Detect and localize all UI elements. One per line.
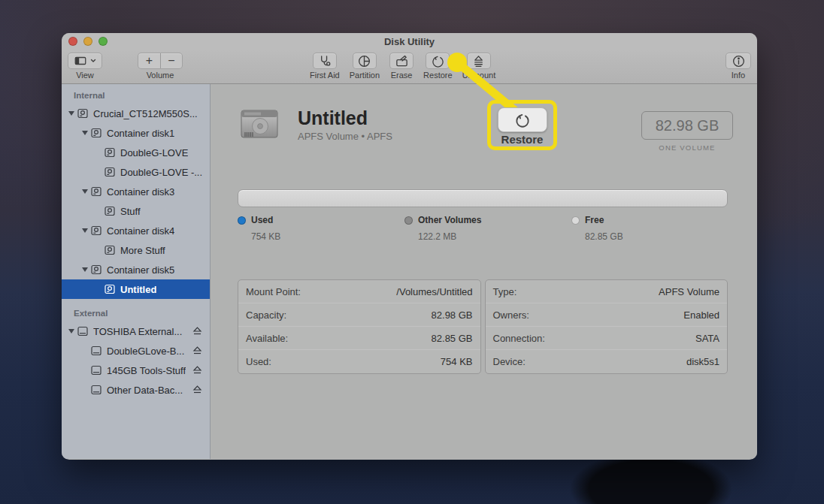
- sidebar-item-toshiba-external[interactable]: TOSHIBA External...: [62, 321, 210, 341]
- volume-icon: [104, 146, 116, 158]
- stethoscope-icon: [317, 54, 332, 68]
- sidebar-section-external: External: [62, 305, 210, 321]
- external-disk-icon: [77, 325, 89, 337]
- table-row: Connection:SATA: [486, 327, 728, 350]
- table-row: Capacity:82.98 GB: [238, 303, 480, 327]
- table-row: Type:APFS Volume: [486, 280, 728, 303]
- legend-other-volumes: Other Volumes 122.2 MB: [404, 215, 571, 242]
- traffic-lights: [68, 37, 108, 46]
- storage-usage-bar: [238, 189, 728, 207]
- disclosure-triangle-icon[interactable]: [80, 228, 90, 233]
- sidebar-item-crucial-disk[interactable]: Crucial_CT512M550S...: [62, 104, 210, 123]
- restore-callout-button[interactable]: [498, 107, 547, 132]
- legend-free: Free 82.85 GB: [571, 215, 738, 242]
- sidebar-item-stuff[interactable]: Stuff: [62, 201, 210, 221]
- sidebar: Internal Crucial_CT512M550S... Container…: [62, 84, 211, 459]
- partition-label: Partition: [350, 71, 380, 80]
- free-swatch: [571, 216, 580, 225]
- external-disk-icon: [90, 364, 102, 376]
- restore-item: Restore: [423, 53, 453, 80]
- external-disk-icon: [90, 384, 102, 396]
- info-item: Info: [726, 53, 751, 80]
- main-content: Untitled APFS Volume • APFS 82.98 GB ONE…: [211, 84, 757, 459]
- close-button[interactable]: [68, 37, 77, 46]
- restore-arrow-icon: [431, 54, 445, 68]
- details-table-left: Mount Point:/Volumes/Untitled Capacity:8…: [238, 279, 481, 374]
- disclosure-triangle-icon[interactable]: [80, 131, 90, 135]
- other-volumes-swatch: [404, 216, 413, 225]
- hard-drive-image: [238, 102, 281, 147]
- info-icon: [732, 54, 746, 68]
- sidebar-item-doubleglove-b[interactable]: DoubleGLove-B...: [62, 341, 210, 361]
- first-aid-button[interactable]: [313, 53, 337, 69]
- volume-size-value: 82.98 GB: [641, 111, 733, 140]
- unmount-label: Unmount: [462, 71, 496, 80]
- storage-legend: Used 754 KB Other Volumes 122.2 MB Free: [238, 215, 738, 242]
- zoom-button[interactable]: [98, 37, 108, 46]
- table-row: Used:754 KB: [238, 350, 480, 373]
- restore-label: Restore: [423, 71, 453, 80]
- partition-item: Partition: [350, 53, 380, 80]
- table-row: Owners:Enabled: [486, 303, 728, 327]
- disclosure-triangle-icon[interactable]: [80, 267, 90, 272]
- sidebar-item-doubleg-love-2[interactable]: DoubleG-LOVE -...: [62, 162, 210, 182]
- unmount-button[interactable]: [467, 53, 491, 69]
- info-label: Info: [732, 71, 745, 80]
- volume-icon: [104, 205, 116, 217]
- restore-button[interactable]: [426, 53, 450, 69]
- sidebar-item-container-disk5[interactable]: Container disk5: [62, 260, 210, 279]
- view-label: View: [76, 71, 94, 80]
- restore-arrow-icon: [514, 112, 531, 128]
- volume-icon: [104, 283, 116, 295]
- volume-title: Untitled: [298, 107, 392, 129]
- info-button[interactable]: [726, 53, 751, 69]
- sidebar-item-145gb-tools-stuff[interactable]: 145GB Tools-Stuff: [62, 361, 210, 380]
- volume-icon: [104, 166, 116, 178]
- window-title: Disk Utility: [384, 36, 435, 47]
- sidebar-section-internal: Internal: [62, 87, 210, 104]
- remove-volume-button[interactable]: −: [160, 53, 183, 69]
- volume-count-caption: ONE VOLUME: [641, 143, 733, 152]
- chevron-down-icon: [90, 58, 96, 64]
- table-row: Available:82.85 GB: [238, 327, 480, 350]
- sidebar-item-container-disk1[interactable]: Container disk1: [62, 123, 210, 143]
- unmount-item: Unmount: [462, 53, 496, 80]
- first-aid-item: First Aid: [310, 53, 340, 80]
- external-disk-icon: [90, 345, 102, 357]
- sidebar-view-icon: [74, 54, 87, 68]
- toolbar: View + − Volume First Aid Partition: [62, 50, 757, 84]
- erase-item: Erase: [389, 53, 414, 80]
- erase-button[interactable]: [389, 53, 414, 69]
- disclosure-triangle-icon[interactable]: [66, 329, 77, 333]
- sidebar-item-more-stuff[interactable]: More Stuff: [62, 240, 210, 260]
- eject-icon[interactable]: [192, 385, 202, 394]
- erase-pencil-icon: [395, 54, 409, 68]
- sidebar-item-container-disk4[interactable]: Container disk4: [62, 221, 210, 240]
- sidebar-item-untitled-selected[interactable]: Untitled: [62, 279, 210, 299]
- eject-icon[interactable]: [192, 327, 202, 336]
- container-icon: [90, 264, 102, 276]
- container-icon: [90, 186, 102, 198]
- volume-size-box: 82.98 GB ONE VOLUME: [641, 111, 733, 152]
- legend-used: Used 754 KB: [238, 215, 404, 242]
- partition-button[interactable]: [353, 53, 377, 69]
- erase-label: Erase: [391, 71, 413, 80]
- volume-label: Volume: [147, 71, 174, 80]
- volume-icon: [104, 244, 116, 256]
- volume-control: + − Volume: [138, 53, 183, 80]
- disclosure-triangle-icon[interactable]: [80, 189, 90, 194]
- disk-utility-window: Disk Utility View + − Volume First Aid: [62, 33, 757, 460]
- sidebar-item-container-disk3[interactable]: Container disk3: [62, 182, 210, 201]
- volume-header: Untitled APFS Volume • APFS: [238, 102, 392, 147]
- partition-pie-icon: [357, 54, 371, 68]
- eject-icon[interactable]: [192, 366, 202, 375]
- minimize-button[interactable]: [83, 37, 92, 46]
- container-icon: [90, 127, 102, 139]
- internal-disk-icon: [77, 107, 89, 119]
- view-button[interactable]: [68, 53, 102, 69]
- disclosure-triangle-icon[interactable]: [66, 111, 77, 116]
- eject-icon[interactable]: [192, 346, 202, 355]
- sidebar-item-other-data-bac[interactable]: Other Data-Bac...: [62, 380, 210, 400]
- sidebar-item-doubleg-love[interactable]: DoubleG-LOVE: [62, 143, 210, 162]
- add-volume-button[interactable]: +: [138, 53, 160, 69]
